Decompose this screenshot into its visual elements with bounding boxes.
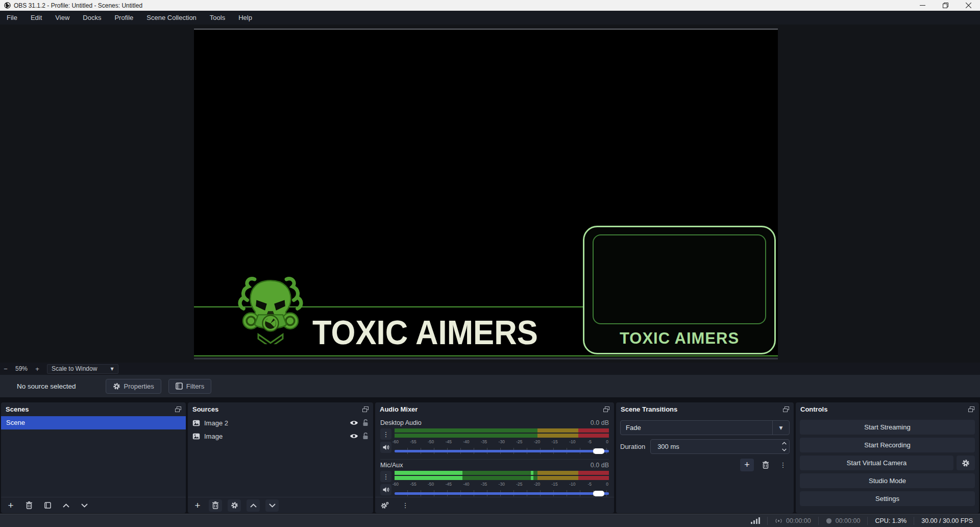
source-label: Image bbox=[204, 433, 346, 440]
slider-track bbox=[395, 450, 609, 452]
eye-icon[interactable] bbox=[350, 420, 358, 426]
source-row-image[interactable]: Image bbox=[188, 429, 373, 443]
slider-handle[interactable] bbox=[593, 491, 604, 496]
scale-mode-dropdown[interactable]: Scale to Window ▼ bbox=[47, 364, 118, 374]
add-transition-button[interactable]: + bbox=[740, 459, 754, 471]
chevron-up-icon bbox=[63, 504, 69, 508]
zoom-in-button[interactable]: + bbox=[32, 365, 43, 373]
add-scene-button[interactable]: + bbox=[5, 500, 16, 511]
record-timer: 00:00:00 bbox=[818, 517, 868, 525]
unlock-icon[interactable] bbox=[362, 419, 369, 426]
remove-transition-button[interactable] bbox=[760, 460, 771, 471]
source-toolbar: No source selected Properties Filters bbox=[0, 375, 980, 397]
popout-icon[interactable] bbox=[968, 406, 974, 413]
mute-toggle-button[interactable] bbox=[380, 442, 391, 453]
popout-icon[interactable] bbox=[362, 406, 369, 413]
scene-filters-button[interactable] bbox=[42, 500, 53, 511]
transition-value: Fade bbox=[621, 424, 772, 432]
advanced-audio-button[interactable] bbox=[379, 500, 390, 511]
slider-handle[interactable] bbox=[593, 448, 604, 454]
canvas-top-line bbox=[194, 29, 778, 30]
trash-icon bbox=[212, 501, 219, 509]
channel-options-button[interactable]: ⋮ bbox=[380, 471, 391, 482]
menu-tools[interactable]: Tools bbox=[203, 11, 232, 25]
channel-options-button[interactable]: ⋮ bbox=[380, 428, 391, 440]
meter-scale-tick: -55 bbox=[410, 482, 416, 487]
transition-options-button[interactable]: ⋮ bbox=[777, 460, 789, 471]
volume-slider[interactable] bbox=[395, 446, 609, 456]
source-status-text: No source selected bbox=[17, 382, 76, 390]
chevron-down-icon bbox=[81, 504, 88, 508]
menu-file[interactable]: File bbox=[0, 11, 24, 25]
move-scene-down-button[interactable] bbox=[79, 500, 90, 511]
obs-logo-icon bbox=[4, 2, 11, 9]
meter-scale-tick: -40 bbox=[463, 439, 469, 444]
menu-docks[interactable]: Docks bbox=[76, 11, 108, 25]
menu-edit[interactable]: Edit bbox=[24, 11, 48, 25]
mixer-channel-desktop-audio: Desktop Audio 0.0 dB ⋮ bbox=[375, 416, 614, 460]
virtual-camera-config-button[interactable] bbox=[957, 456, 975, 470]
menu-scene-collection[interactable]: Scene Collection bbox=[140, 11, 203, 25]
move-source-down-button[interactable] bbox=[265, 499, 279, 512]
record-icon bbox=[826, 518, 832, 524]
mute-toggle-button[interactable] bbox=[380, 484, 391, 495]
meter-scale-tick: -5 bbox=[587, 439, 592, 444]
speaker-icon bbox=[383, 487, 389, 493]
menu-help[interactable]: Help bbox=[232, 11, 259, 25]
spin-up-button[interactable] bbox=[779, 440, 789, 447]
filter-icon bbox=[44, 502, 51, 509]
popout-icon[interactable] bbox=[783, 406, 789, 413]
source-label: Image 2 bbox=[204, 419, 346, 427]
scene-transitions-panel: Scene Transitions Fade ▼ Duration 300 ms bbox=[616, 402, 794, 513]
mixer-toolbar: ⋮ bbox=[375, 497, 614, 513]
chevron-down-icon bbox=[269, 504, 276, 508]
move-source-up-button[interactable] bbox=[247, 499, 260, 512]
popout-icon[interactable] bbox=[603, 406, 609, 413]
unlock-icon[interactable] bbox=[362, 433, 369, 440]
source-properties-button[interactable] bbox=[228, 499, 241, 512]
gear-icon bbox=[962, 459, 970, 467]
preview-zoom-toolbar: − 59% + Scale to Window ▼ bbox=[0, 363, 980, 375]
remove-scene-button[interactable] bbox=[23, 500, 35, 511]
status-bar: 00:00:00 00:00:00 CPU: 1.3% 30.00 / 30.0… bbox=[0, 514, 980, 527]
title-bar: OBS 31.1.2 - Profile: Untitled - Scenes:… bbox=[0, 0, 980, 11]
scene-list-item[interactable]: Scene bbox=[1, 416, 186, 429]
filters-button[interactable]: Filters bbox=[168, 379, 211, 394]
audio-mixer-panel-title: Audio Mixer bbox=[380, 405, 603, 413]
webcam-frame-overlay: TOXIC AIMERS bbox=[583, 226, 776, 354]
volume-meter bbox=[395, 428, 609, 439]
remove-source-button[interactable] bbox=[209, 499, 222, 512]
scene-canvas[interactable]: TOXIC AIMERS TOXIC AIMERS bbox=[194, 29, 778, 360]
spin-down-button[interactable] bbox=[779, 447, 789, 454]
minimize-button[interactable] bbox=[911, 0, 934, 11]
filter-icon bbox=[176, 382, 183, 390]
meter-scale-tick: -60 bbox=[393, 482, 399, 487]
webcam-frame-inner bbox=[593, 234, 766, 324]
eye-icon[interactable] bbox=[350, 433, 358, 439]
zoom-out-button[interactable]: − bbox=[0, 365, 11, 373]
broadcast-icon bbox=[775, 518, 782, 524]
start-streaming-button[interactable]: Start Streaming bbox=[800, 420, 975, 435]
channel-name: Desktop Audio bbox=[380, 419, 591, 426]
properties-button[interactable]: Properties bbox=[106, 379, 161, 394]
settings-button[interactable]: Settings bbox=[800, 491, 975, 506]
close-button[interactable] bbox=[957, 0, 980, 11]
popout-icon[interactable] bbox=[175, 406, 181, 413]
scenes-panel-title: Scenes bbox=[6, 405, 175, 413]
start-recording-button[interactable]: Start Recording bbox=[800, 438, 975, 452]
gear-icon bbox=[231, 501, 238, 509]
volume-meter bbox=[395, 471, 609, 481]
duration-spinbox[interactable]: 300 ms bbox=[650, 439, 790, 454]
menu-view[interactable]: View bbox=[48, 11, 76, 25]
mixer-options-button[interactable]: ⋮ bbox=[400, 500, 411, 511]
source-row-image2[interactable]: Image 2 bbox=[188, 416, 373, 429]
studio-mode-button[interactable]: Studio Mode bbox=[800, 473, 975, 488]
move-scene-up-button[interactable] bbox=[60, 500, 71, 511]
restore-button[interactable] bbox=[934, 0, 957, 11]
add-source-button[interactable]: + bbox=[192, 500, 203, 511]
meter-scale-tick: 0 bbox=[606, 482, 608, 487]
duration-value: 300 ms bbox=[651, 443, 779, 450]
menu-profile[interactable]: Profile bbox=[108, 11, 140, 25]
start-virtual-camera-button[interactable]: Start Virtual Camera bbox=[800, 456, 953, 470]
transition-dropdown[interactable]: Fade ▼ bbox=[620, 420, 790, 435]
